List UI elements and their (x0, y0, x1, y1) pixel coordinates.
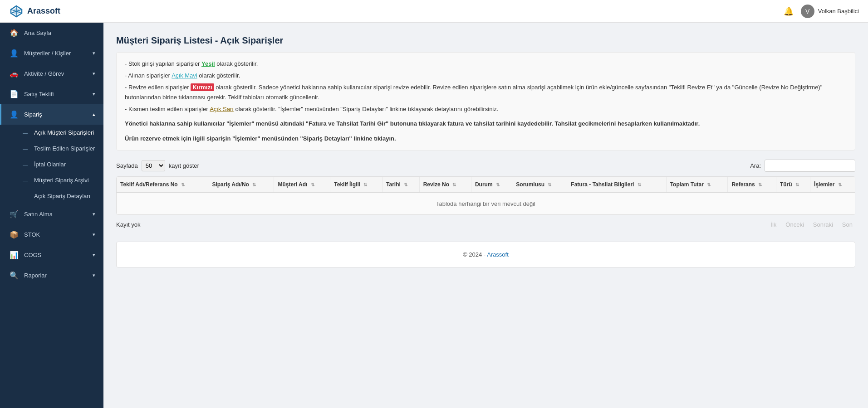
sort-icon: ⇅ (758, 182, 762, 187)
sidebar-item-teslim-edilen-siparisler[interactable]: Teslim Edilen Siparişler (0, 141, 103, 156)
sidebar: 🏠 Ana Sayfa 👤 Müşteriler / Kişiler ▾ 🚗 A… (0, 23, 103, 408)
pagination-row: Kayıt yok İlk Önceki Sonraki Son (116, 215, 855, 231)
notification-icon[interactable]: 🔔 (784, 6, 794, 16)
chart-icon: 📊 (10, 251, 19, 259)
pagination-ilk[interactable]: İlk (768, 220, 779, 229)
logo-icon (9, 4, 24, 19)
no-records-label: Kayıt yok (116, 221, 140, 228)
sidebar-item-satin-alma[interactable]: 🛒 Satın Alma ▾ (0, 204, 103, 224)
orders-table: Teklif Adı/Referans No ⇅ Sipariş Adı/No … (117, 177, 855, 214)
sidebar-item-label: STOK (24, 231, 87, 238)
info-line-2: - Alınan siparişler Açık Mavi olarak gös… (125, 71, 847, 81)
col-teklif-ilgili[interactable]: Teklif İlgili ⇅ (330, 177, 383, 193)
sidebar-item-stok[interactable]: 📦 STOK ▾ (0, 224, 103, 245)
footer-box: © 2024 - Arassoft (116, 242, 855, 267)
chevron-down-icon: ▾ (93, 232, 95, 238)
chevron-down-icon: ▾ (93, 91, 95, 97)
search-input[interactable] (765, 160, 855, 172)
sidebar-item-label: COGS (24, 252, 87, 258)
col-label: Referans (731, 181, 755, 188)
sort-icon: ⇅ (838, 182, 842, 187)
col-label: İşlemler (814, 181, 834, 188)
col-teklif-adi[interactable]: Teklif Adı/Referans No ⇅ (117, 177, 208, 193)
sidebar-item-ana-sayfa[interactable]: 🏠 Ana Sayfa (0, 23, 103, 43)
info-line-3: - Revize edilen siparişler Kırmızı olara… (125, 83, 847, 102)
col-label: Tarihi (386, 181, 401, 188)
sidebar-item-iptal-olanlar[interactable]: İptal Olanlar (0, 156, 103, 172)
sidebar-item-musteri-siparis-arsivi[interactable]: Müşteri Sipariş Arşivi (0, 172, 103, 188)
col-durum[interactable]: Durum ⇅ (471, 177, 512, 193)
sort-icon: ⇅ (181, 182, 185, 187)
sidebar-item-cogs[interactable]: 📊 COGS ▾ (0, 245, 103, 265)
chevron-down-icon: ▾ (93, 211, 95, 217)
sidebar-item-label: Satış Teklifi (24, 91, 87, 97)
sort-icon: ⇅ (795, 182, 799, 187)
sort-icon: ⇅ (707, 182, 711, 187)
box-icon: 📦 (10, 230, 19, 239)
col-turu[interactable]: Türü ⇅ (776, 177, 810, 193)
topbar-right: 🔔 V Volkan Başbilici (784, 5, 859, 18)
doc-icon: 📄 (10, 90, 19, 98)
sort-icon: ⇅ (404, 182, 407, 187)
records-select[interactable]: 10 25 50 100 (142, 160, 165, 171)
username: Volkan Başbilici (818, 8, 859, 15)
table-header-row: Teklif Adı/Referans No ⇅ Sipariş Adı/No … (117, 177, 855, 193)
records-suffix: kayıt göster (169, 162, 199, 169)
col-sorumlusu[interactable]: Sorumlusu ⇅ (512, 177, 567, 193)
sidebar-item-label: Raporlar (24, 272, 87, 279)
chevron-down-icon: ▾ (93, 71, 95, 77)
sidebar-item-satis-teklifi[interactable]: 📄 Satış Teklifi ▾ (0, 84, 103, 104)
col-fatura[interactable]: Fatura - Tahsilat Bilgileri ⇅ (567, 177, 666, 193)
sort-icon: ⇅ (363, 182, 367, 187)
sidebar-item-label: Satın Alma (24, 211, 87, 218)
sidebar-item-acik-musteri-siparisleri[interactable]: Açık Müşteri Siparişleri (0, 125, 103, 141)
logo-area[interactable]: Arassoft (9, 4, 60, 19)
col-revize-no[interactable]: Revize No ⇅ (419, 177, 471, 193)
sidebar-sub-label: Açık Sipariş Detayları (34, 193, 90, 199)
user-menu[interactable]: V Volkan Başbilici (801, 5, 859, 18)
highlight-sari: Açık Sarı (210, 106, 234, 112)
col-label: Teklif Adı/Referans No (120, 181, 178, 188)
sidebar-item-siparis[interactable]: 👤 Sipariş ▴ (0, 104, 103, 125)
logo-text: Arassoft (27, 6, 60, 16)
sidebar-item-label: Sipariş (24, 111, 87, 118)
sort-icon: ⇅ (548, 182, 551, 187)
layout: 🏠 Ana Sayfa 👤 Müşteriler / Kişiler ▾ 🚗 A… (0, 23, 868, 408)
table-empty-row: Tabloda herhangi bir veri mevcut değil (117, 193, 855, 214)
footer-area: © 2024 - Arassoft (116, 242, 855, 267)
car-icon: 🚗 (10, 69, 19, 78)
info-line-1: - Stok girişi yapılan siparişler Yeşil o… (125, 59, 847, 69)
pagination-sonraki[interactable]: Sonraki (810, 220, 836, 229)
col-musteri-adi[interactable]: Müşteri Adı ⇅ (274, 177, 330, 193)
col-toplam-tutar[interactable]: Toplam Tutar ⇅ (666, 177, 728, 193)
pagination-controls: İlk Önceki Sonraki Son (768, 220, 855, 229)
chevron-down-icon: ▾ (93, 252, 95, 258)
sidebar-sub-label: Açık Müşteri Siparişleri (34, 129, 94, 136)
highlight-kirmizi: Kırmızı (191, 83, 214, 91)
highlight-yesil: Yeşil (201, 60, 215, 67)
col-tarihi[interactable]: Tarihi ⇅ (383, 177, 420, 193)
col-label: Teklif İlgili (334, 181, 360, 188)
col-siparis-adi[interactable]: Sipariş Adı/No ⇅ (208, 177, 274, 193)
col-label: Sorumlusu (516, 181, 544, 188)
col-referans[interactable]: Referans ⇅ (728, 177, 776, 193)
siparis-icon: 👤 (10, 110, 19, 119)
sort-icon: ⇅ (452, 182, 456, 187)
sidebar-sub-label: Teslim Edilen Siparişler (34, 145, 95, 152)
sidebar-item-acik-siparis-detaylari[interactable]: Açık Sipariş Detayları (0, 188, 103, 204)
sidebar-sub-label: İptal Olanlar (34, 161, 66, 168)
records-label: Sayfada (116, 162, 138, 169)
bold-note-1: Yönetici haklarına sahip kullanıcılar "İ… (125, 119, 847, 129)
pagination-son[interactable]: Son (839, 220, 855, 229)
sidebar-item-musteriler[interactable]: 👤 Müşteriler / Kişiler ▾ (0, 43, 103, 63)
col-islemler[interactable]: İşlemler ⇅ (810, 177, 855, 193)
sidebar-item-label: Müşteriler / Kişiler (24, 50, 87, 57)
main-content: Müşteri Sipariş Listesi - Açık Siparişle… (103, 23, 868, 408)
sidebar-item-raporlar[interactable]: 🔍 Raporlar ▾ (0, 265, 103, 286)
sidebar-item-aktivite[interactable]: 🚗 Aktivite / Görev ▾ (0, 63, 103, 84)
highlight-mavi: Açık Mavi (172, 72, 197, 79)
info-line-4: - Kısmen teslim edilen siparişler Açık S… (125, 104, 847, 114)
table-wrapper: Teklif Adı/Referans No ⇅ Sipariş Adı/No … (116, 176, 855, 215)
pagination-onceki[interactable]: Önceki (783, 220, 806, 229)
footer-link[interactable]: Arassoft (487, 251, 509, 258)
